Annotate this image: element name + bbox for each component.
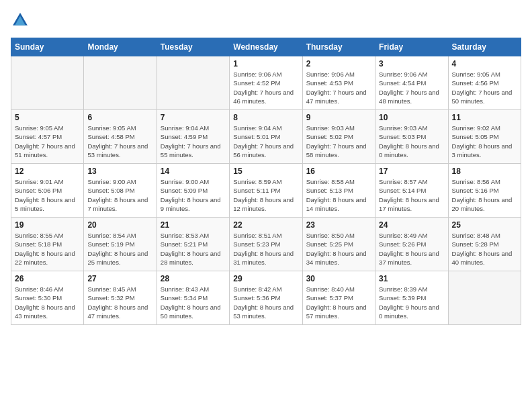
day-cell: 27Sunrise: 8:45 AM Sunset: 5:32 PM Dayli… bbox=[84, 271, 157, 325]
day-number: 2 bbox=[306, 59, 371, 68]
day-number: 12 bbox=[15, 167, 80, 176]
header-row: SundayMondayTuesdayWednesdayThursdayFrid… bbox=[11, 38, 521, 56]
day-cell bbox=[448, 271, 521, 325]
day-number: 24 bbox=[379, 220, 444, 230]
day-cell: 6Sunrise: 9:05 AM Sunset: 4:58 PM Daylig… bbox=[84, 110, 157, 164]
day-number: 4 bbox=[452, 59, 517, 68]
day-cell: 7Sunrise: 9:04 AM Sunset: 4:59 PM Daylig… bbox=[157, 110, 229, 164]
day-number: 16 bbox=[306, 167, 371, 176]
day-number: 20 bbox=[87, 220, 152, 230]
header-day-friday: Friday bbox=[375, 38, 448, 56]
page-header bbox=[11, 11, 521, 30]
day-info: Sunrise: 9:01 AM Sunset: 5:06 PM Dayligh… bbox=[15, 177, 80, 213]
day-info: Sunrise: 8:43 AM Sunset: 5:34 PM Dayligh… bbox=[161, 285, 226, 320]
day-number: 1 bbox=[233, 59, 298, 68]
day-cell: 12Sunrise: 9:01 AM Sunset: 5:06 PM Dayli… bbox=[11, 164, 84, 218]
day-info: Sunrise: 9:04 AM Sunset: 5:01 PM Dayligh… bbox=[233, 124, 298, 159]
day-cell: 29Sunrise: 8:42 AM Sunset: 5:36 PM Dayli… bbox=[230, 271, 302, 325]
day-cell: 30Sunrise: 8:40 AM Sunset: 5:37 PM Dayli… bbox=[302, 271, 375, 325]
day-cell: 4Sunrise: 9:05 AM Sunset: 4:56 PM Daylig… bbox=[448, 56, 521, 110]
logo-icon bbox=[11, 11, 30, 30]
day-cell: 18Sunrise: 8:56 AM Sunset: 5:16 PM Dayli… bbox=[448, 164, 521, 218]
day-number: 8 bbox=[233, 113, 298, 122]
day-cell bbox=[84, 56, 157, 110]
day-cell: 24Sunrise: 8:49 AM Sunset: 5:26 PM Dayli… bbox=[375, 218, 448, 271]
day-number: 25 bbox=[452, 220, 517, 230]
day-info: Sunrise: 9:06 AM Sunset: 4:52 PM Dayligh… bbox=[233, 70, 298, 105]
day-number: 10 bbox=[379, 113, 444, 122]
day-info: Sunrise: 9:06 AM Sunset: 4:54 PM Dayligh… bbox=[379, 70, 444, 105]
day-cell bbox=[11, 56, 84, 110]
day-cell: 25Sunrise: 8:48 AM Sunset: 5:28 PM Dayli… bbox=[448, 218, 521, 271]
day-info: Sunrise: 8:59 AM Sunset: 5:11 PM Dayligh… bbox=[233, 177, 298, 213]
header-day-monday: Monday bbox=[84, 38, 157, 56]
day-info: Sunrise: 9:05 AM Sunset: 4:57 PM Dayligh… bbox=[15, 124, 80, 159]
week-row-5: 26Sunrise: 8:46 AM Sunset: 5:30 PM Dayli… bbox=[11, 271, 521, 325]
day-cell: 2Sunrise: 9:06 AM Sunset: 4:53 PM Daylig… bbox=[302, 56, 375, 110]
day-cell: 3Sunrise: 9:06 AM Sunset: 4:54 PM Daylig… bbox=[375, 56, 448, 110]
day-info: Sunrise: 8:48 AM Sunset: 5:28 PM Dayligh… bbox=[452, 231, 517, 267]
day-info: Sunrise: 8:40 AM Sunset: 5:37 PM Dayligh… bbox=[306, 285, 371, 320]
header-day-sunday: Sunday bbox=[11, 38, 84, 56]
day-number: 3 bbox=[379, 59, 444, 68]
day-number: 21 bbox=[161, 220, 226, 230]
day-info: Sunrise: 8:56 AM Sunset: 5:16 PM Dayligh… bbox=[452, 177, 517, 213]
day-info: Sunrise: 9:05 AM Sunset: 4:58 PM Dayligh… bbox=[87, 124, 152, 159]
day-info: Sunrise: 8:46 AM Sunset: 5:30 PM Dayligh… bbox=[15, 285, 80, 320]
day-number: 28 bbox=[161, 274, 226, 283]
day-cell: 11Sunrise: 9:02 AM Sunset: 5:05 PM Dayli… bbox=[448, 110, 521, 164]
day-cell: 10Sunrise: 9:03 AM Sunset: 5:03 PM Dayli… bbox=[375, 110, 448, 164]
week-row-1: 1Sunrise: 9:06 AM Sunset: 4:52 PM Daylig… bbox=[11, 56, 521, 110]
day-info: Sunrise: 9:00 AM Sunset: 5:08 PM Dayligh… bbox=[87, 177, 152, 213]
day-cell: 20Sunrise: 8:54 AM Sunset: 5:19 PM Dayli… bbox=[84, 218, 157, 271]
day-number: 5 bbox=[15, 113, 80, 122]
day-number: 9 bbox=[306, 113, 371, 122]
day-number: 29 bbox=[233, 274, 298, 283]
day-number: 15 bbox=[233, 167, 298, 176]
calendar-table: SundayMondayTuesdayWednesdayThursdayFrid… bbox=[11, 38, 521, 325]
day-cell: 14Sunrise: 9:00 AM Sunset: 5:09 PM Dayli… bbox=[157, 164, 229, 218]
day-info: Sunrise: 8:57 AM Sunset: 5:14 PM Dayligh… bbox=[379, 177, 444, 213]
day-cell: 9Sunrise: 9:03 AM Sunset: 5:02 PM Daylig… bbox=[302, 110, 375, 164]
week-row-3: 12Sunrise: 9:01 AM Sunset: 5:06 PM Dayli… bbox=[11, 164, 521, 218]
day-number: 14 bbox=[161, 167, 226, 176]
day-cell: 13Sunrise: 9:00 AM Sunset: 5:08 PM Dayli… bbox=[84, 164, 157, 218]
day-cell: 19Sunrise: 8:55 AM Sunset: 5:18 PM Dayli… bbox=[11, 218, 84, 271]
day-cell: 23Sunrise: 8:50 AM Sunset: 5:25 PM Dayli… bbox=[302, 218, 375, 271]
day-number: 13 bbox=[87, 167, 152, 176]
day-info: Sunrise: 9:02 AM Sunset: 5:05 PM Dayligh… bbox=[452, 124, 517, 159]
day-number: 31 bbox=[379, 274, 444, 283]
day-number: 26 bbox=[15, 274, 80, 283]
day-number: 27 bbox=[87, 274, 152, 283]
header-day-saturday: Saturday bbox=[448, 38, 521, 56]
day-number: 6 bbox=[87, 113, 152, 122]
logo bbox=[11, 11, 32, 30]
week-row-2: 5Sunrise: 9:05 AM Sunset: 4:57 PM Daylig… bbox=[11, 110, 521, 164]
day-cell: 31Sunrise: 8:39 AM Sunset: 5:39 PM Dayli… bbox=[375, 271, 448, 325]
header-day-tuesday: Tuesday bbox=[157, 38, 229, 56]
day-info: Sunrise: 9:03 AM Sunset: 5:03 PM Dayligh… bbox=[379, 124, 444, 159]
day-info: Sunrise: 8:42 AM Sunset: 5:36 PM Dayligh… bbox=[233, 285, 298, 320]
day-info: Sunrise: 8:54 AM Sunset: 5:19 PM Dayligh… bbox=[87, 231, 152, 267]
day-cell: 8Sunrise: 9:04 AM Sunset: 5:01 PM Daylig… bbox=[230, 110, 302, 164]
header-day-wednesday: Wednesday bbox=[230, 38, 302, 56]
week-row-4: 19Sunrise: 8:55 AM Sunset: 5:18 PM Dayli… bbox=[11, 218, 521, 271]
day-number: 22 bbox=[233, 220, 298, 230]
day-number: 11 bbox=[452, 113, 517, 122]
day-number: 30 bbox=[306, 274, 371, 283]
header-day-thursday: Thursday bbox=[302, 38, 375, 56]
day-info: Sunrise: 9:04 AM Sunset: 4:59 PM Dayligh… bbox=[161, 124, 226, 159]
day-info: Sunrise: 8:51 AM Sunset: 5:23 PM Dayligh… bbox=[233, 231, 298, 267]
day-info: Sunrise: 8:45 AM Sunset: 5:32 PM Dayligh… bbox=[87, 285, 152, 320]
day-number: 18 bbox=[452, 167, 517, 176]
day-cell bbox=[157, 56, 229, 110]
day-info: Sunrise: 9:00 AM Sunset: 5:09 PM Dayligh… bbox=[161, 177, 226, 213]
day-info: Sunrise: 8:58 AM Sunset: 5:13 PM Dayligh… bbox=[306, 177, 371, 213]
day-cell: 21Sunrise: 8:53 AM Sunset: 5:21 PM Dayli… bbox=[157, 218, 229, 271]
day-info: Sunrise: 9:06 AM Sunset: 4:53 PM Dayligh… bbox=[306, 70, 371, 105]
day-cell: 28Sunrise: 8:43 AM Sunset: 5:34 PM Dayli… bbox=[157, 271, 229, 325]
day-cell: 15Sunrise: 8:59 AM Sunset: 5:11 PM Dayli… bbox=[230, 164, 302, 218]
day-info: Sunrise: 9:03 AM Sunset: 5:02 PM Dayligh… bbox=[306, 124, 371, 159]
day-info: Sunrise: 8:49 AM Sunset: 5:26 PM Dayligh… bbox=[379, 231, 444, 267]
day-info: Sunrise: 8:55 AM Sunset: 5:18 PM Dayligh… bbox=[15, 231, 80, 267]
